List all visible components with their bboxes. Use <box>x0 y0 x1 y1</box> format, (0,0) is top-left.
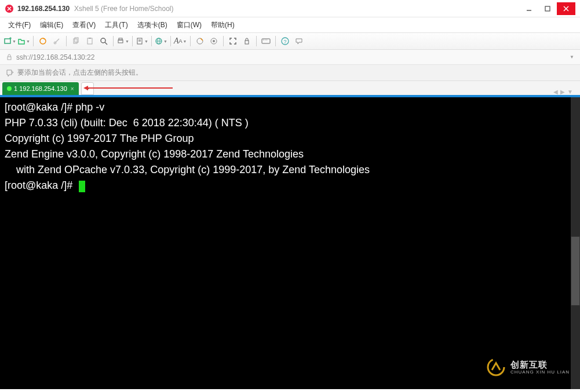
svg-rect-28 <box>262 39 270 43</box>
svg-rect-16 <box>118 40 123 43</box>
hint-icon <box>6 69 14 77</box>
separator <box>132 36 133 46</box>
terminal[interactable]: [root@kaka /]# php -v PHP 7.0.33 (cli) (… <box>0 97 580 389</box>
svg-text:?: ? <box>283 39 286 45</box>
chat-icon[interactable] <box>293 35 305 47</box>
annotation-arrow <box>86 87 173 89</box>
output-line: Copyright (c) 1997-2017 The PHP Group <box>5 133 194 144</box>
output-line: Zend Engine v3.0.0, Copyright (c) 1998-2… <box>5 148 304 160</box>
separator <box>170 36 171 46</box>
highlight-button[interactable] <box>207 35 220 47</box>
lock-button[interactable] <box>240 35 253 47</box>
svg-rect-2 <box>545 6 550 11</box>
session-tab-active[interactable]: 1 192.168.254.130 × <box>2 82 79 95</box>
hint-text: 要添加当前会话，点击左侧的箭头按钮。 <box>17 68 143 78</box>
command: php -v <box>72 101 104 113</box>
svg-rect-5 <box>5 39 10 43</box>
close-button[interactable] <box>557 2 575 15</box>
menu-file[interactable]: 文件(F) <box>5 19 34 32</box>
fullscreen-button[interactable] <box>227 35 239 47</box>
tab-close-icon[interactable]: × <box>71 86 74 92</box>
separator <box>275 36 276 46</box>
tab-next-icon[interactable]: ▶ <box>560 89 565 95</box>
titlebar: 192.168.254.130 Xshell 5 (Free for Home/… <box>0 0 580 17</box>
toolbar: ▼ ▼ ▼ ▼ ▼ AA▼ ? <box>0 32 580 50</box>
scrollbar-thumb[interactable] <box>571 236 580 306</box>
address-url: ssh://192.168.254.130:22 <box>16 53 94 61</box>
menubar: 文件(F) 编辑(E) 查看(V) 工具(T) 选项卡(B) 窗口(W) 帮助(… <box>0 17 580 32</box>
watermark-sub: CHUANG XIN HU LIAN <box>510 369 570 375</box>
prompt: [root@kaka /]# <box>5 101 72 113</box>
keyboard-button[interactable] <box>260 35 272 47</box>
separator <box>66 36 67 46</box>
globe-button[interactable]: ▼ <box>155 35 167 47</box>
svg-rect-12 <box>87 38 92 44</box>
output-line: PHP 7.0.33 (cli) (built: Dec 6 2018 22:3… <box>5 117 249 129</box>
svg-point-14 <box>101 38 105 43</box>
find-button[interactable] <box>97 35 110 47</box>
svg-rect-17 <box>119 38 122 40</box>
maximize-button[interactable] <box>538 2 557 15</box>
svg-line-15 <box>105 42 107 45</box>
title-app: Xshell 5 (Free for Home/School) <box>74 5 173 13</box>
properties-button[interactable]: ▼ <box>136 35 148 47</box>
tab-list-icon[interactable]: ▼ <box>567 89 573 95</box>
tab-strip: 1 192.168.254.130 × + ◀ ▶ ▼ <box>0 81 580 95</box>
color-button[interactable] <box>194 35 206 47</box>
menu-window[interactable]: 窗口(W) <box>173 19 205 32</box>
separator <box>190 36 191 46</box>
address-bar[interactable]: ssh://192.168.254.130:22 ▼ <box>0 50 580 65</box>
cursor <box>79 181 85 192</box>
address-dropdown[interactable]: ▼ <box>570 54 574 60</box>
reconnect-button[interactable] <box>37 35 49 47</box>
output-line: with Zend OPcache v7.0.33, Copyright (c)… <box>5 164 370 175</box>
separator <box>151 36 152 46</box>
new-session-button[interactable]: ▼ <box>3 35 16 47</box>
tab-nav: ◀ ▶ ▼ <box>553 89 578 95</box>
separator <box>33 36 34 46</box>
hint-bar: 要添加当前会话，点击左侧的箭头按钮。 <box>0 65 580 81</box>
menu-edit[interactable]: 编辑(E) <box>37 19 67 32</box>
minimize-button[interactable] <box>520 2 538 15</box>
font-button[interactable]: AA▼ <box>174 35 187 47</box>
terminal-scrollbar[interactable] <box>571 97 580 389</box>
watermark-logo-icon <box>486 357 506 377</box>
menu-tools[interactable]: 工具(T) <box>101 19 131 32</box>
watermark: 创新互联 CHUANG XIN HU LIAN <box>486 357 570 377</box>
menu-help[interactable]: 帮助(H) <box>207 19 238 32</box>
prompt: [root@kaka /]# <box>5 179 72 191</box>
status-dot-icon <box>7 86 12 91</box>
svg-rect-11 <box>75 38 78 42</box>
separator <box>223 36 224 46</box>
separator <box>256 36 257 46</box>
window-controls <box>520 2 575 15</box>
tab-prev-icon[interactable]: ◀ <box>553 89 558 95</box>
title-host: 192.168.254.130 <box>17 5 70 13</box>
open-session-button[interactable]: ▼ <box>17 35 30 47</box>
menu-view[interactable]: 查看(V) <box>69 19 99 32</box>
disconnect-button[interactable] <box>50 35 63 47</box>
paste-button[interactable] <box>83 35 96 47</box>
lock-icon <box>6 54 13 61</box>
svg-rect-27 <box>245 41 249 44</box>
tab-label: 1 192.168.254.130 <box>14 85 67 92</box>
menu-tabs[interactable]: 选项卡(B) <box>134 19 171 32</box>
copy-button[interactable] <box>70 35 82 47</box>
print-button[interactable]: ▼ <box>116 35 129 47</box>
svg-point-8 <box>40 38 46 44</box>
help-icon[interactable]: ? <box>279 35 291 47</box>
app-icon <box>5 4 14 13</box>
svg-point-26 <box>213 40 215 42</box>
svg-rect-13 <box>89 38 91 39</box>
svg-rect-10 <box>74 39 77 43</box>
svg-rect-34 <box>8 57 11 60</box>
separator <box>113 36 114 46</box>
